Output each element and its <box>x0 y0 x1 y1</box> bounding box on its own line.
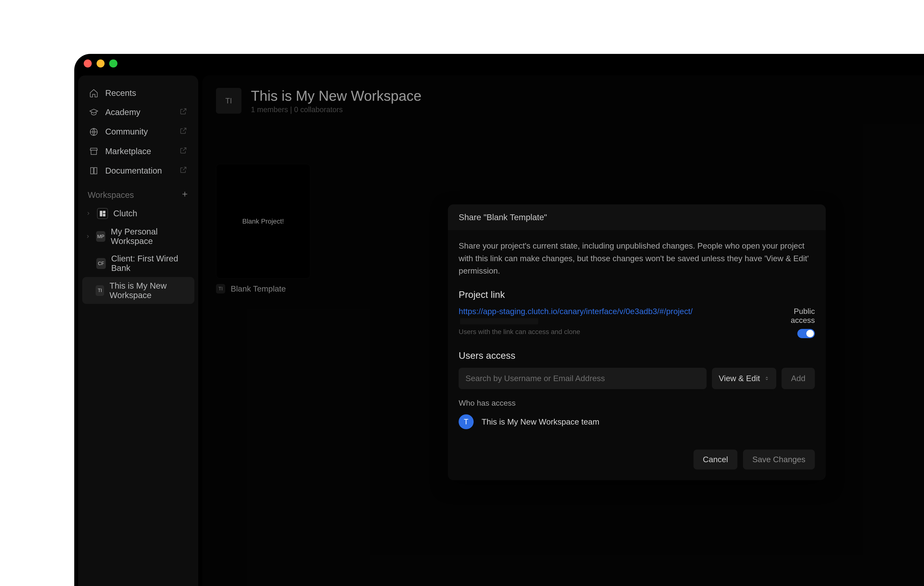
maximize-window-icon[interactable] <box>109 60 117 68</box>
toggle-knob-icon <box>806 330 814 338</box>
role-dropdown-label: View & Edit <box>719 374 760 383</box>
modal-title: Share "Blank Template" <box>448 204 826 230</box>
project-thumbnail: Blank Project! <box>216 164 310 279</box>
globe-icon <box>89 127 99 137</box>
minimize-window-icon[interactable] <box>97 60 105 68</box>
external-link-icon <box>179 166 187 176</box>
project-name: Blank Template <box>231 284 286 293</box>
sidebar-item-recents[interactable]: Recents <box>84 84 193 103</box>
updown-icon <box>764 375 769 382</box>
workspace-badge: TI <box>96 285 104 296</box>
home-icon <box>89 88 99 98</box>
book-icon <box>89 166 99 175</box>
modal-description: Share your project's current state, incl… <box>459 240 815 277</box>
app-window: Recents Academy Community Marketplace <box>74 54 924 586</box>
chevron-right-icon <box>85 234 91 239</box>
workspace-badge: MP <box>96 231 105 242</box>
project-link-hint: Users with the link can access and clone <box>459 328 756 336</box>
add-user-button[interactable]: Add <box>782 368 815 389</box>
sidebar-nav: Recents Academy Community Marketplace <box>78 81 198 183</box>
chevron-right-icon <box>85 211 92 216</box>
svg-rect-5 <box>103 211 105 213</box>
titlebar <box>74 54 924 73</box>
add-workspace-button[interactable] <box>181 190 189 200</box>
sidebar: Recents Academy Community Marketplace <box>78 76 198 586</box>
public-access-toggle[interactable] <box>797 329 815 338</box>
access-team-row: T This is My New Workspace team <box>459 414 815 429</box>
public-access-label: Public access <box>770 307 815 325</box>
who-has-access-label: Who has access <box>459 399 815 407</box>
workspace-badge <box>97 208 108 219</box>
role-dropdown[interactable]: View & Edit <box>712 368 776 389</box>
project-link-heading: Project link <box>459 290 815 300</box>
project-link[interactable]: https://app-staging.clutch.io/canary/int… <box>459 307 756 325</box>
workspace-header: TI This is My New Workspace 1 members | … <box>202 76 924 114</box>
workspace-item-clutch[interactable]: Clutch <box>82 204 194 223</box>
workspace-label: My Personal Workspace <box>111 227 189 246</box>
redacted-segment <box>460 318 538 324</box>
workspace-subtitle: 1 members | 0 collaborators <box>251 105 421 114</box>
close-window-icon[interactable] <box>84 60 92 68</box>
project-link-url[interactable]: https://app-staging.clutch.io/canary/int… <box>459 307 693 316</box>
store-icon <box>89 147 99 156</box>
external-link-icon <box>179 127 187 137</box>
project-card[interactable]: Blank Project! TI Blank Template <box>216 164 310 293</box>
save-changes-button[interactable]: Save Changes <box>743 450 815 470</box>
users-access-heading: Users access <box>459 350 815 361</box>
sidebar-item-label: Marketplace <box>105 147 151 156</box>
sidebar-item-community[interactable]: Community <box>84 122 193 142</box>
workspace-item-personal[interactable]: MP My Personal Workspace <box>82 223 194 250</box>
workspace-label: Clutch <box>113 209 137 218</box>
workspace-label: This is My New Workspace <box>109 281 189 300</box>
sidebar-item-academy[interactable]: Academy <box>84 103 193 122</box>
main-content: TI This is My New Workspace 1 members | … <box>202 76 924 586</box>
project-thumb-label: Blank Project! <box>242 217 284 225</box>
academic-cap-icon <box>89 108 99 117</box>
sidebar-item-label: Documentation <box>105 166 162 175</box>
projects-toolbar: Projects New project <box>202 114 924 164</box>
sidebar-item-documentation[interactable]: Documentation <box>84 161 193 180</box>
workspace-badge: CF <box>96 258 106 269</box>
team-avatar: T <box>459 414 474 429</box>
workspace-title: This is My New Workspace <box>251 88 421 104</box>
sidebar-item-marketplace[interactable]: Marketplace <box>84 142 193 161</box>
workspace-avatar: TI <box>216 88 242 114</box>
workspaces-header: Workspaces <box>78 183 198 203</box>
svg-rect-4 <box>100 211 102 216</box>
workspace-label: Client: First Wired Bank <box>111 254 189 273</box>
workspaces-list: Clutch MP My Personal Workspace CF Clien… <box>78 203 198 305</box>
workspace-item-new[interactable]: TI This is My New Workspace <box>82 277 194 304</box>
cancel-button[interactable]: Cancel <box>693 450 738 470</box>
sidebar-item-label: Academy <box>105 108 140 117</box>
traffic-lights <box>84 60 117 68</box>
workspace-item-client[interactable]: CF Client: First Wired Bank <box>82 250 194 277</box>
team-name: This is My New Workspace team <box>482 417 599 427</box>
sidebar-item-label: Community <box>105 127 148 136</box>
external-link-icon <box>179 107 187 117</box>
share-modal: Share "Blank Template" Share your projec… <box>448 204 826 480</box>
external-link-icon <box>179 146 187 156</box>
workspaces-label: Workspaces <box>87 190 134 200</box>
user-search-input[interactable] <box>459 368 706 389</box>
project-badge: TI <box>216 284 225 293</box>
sidebar-item-label: Recents <box>105 88 136 98</box>
svg-rect-6 <box>103 214 105 216</box>
